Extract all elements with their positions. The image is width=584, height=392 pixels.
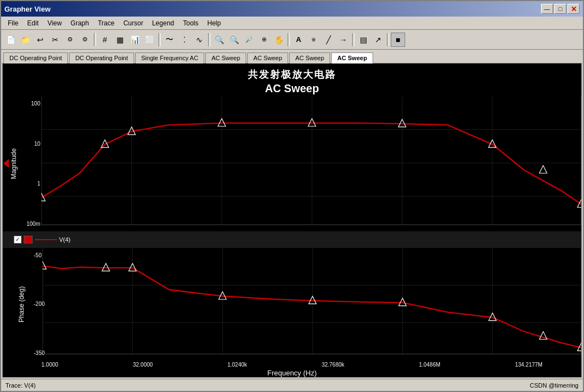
export-button[interactable]: ↗: [371, 33, 385, 47]
main-plot-area: 共发射极放大电路 AC Sweep Magnitude 100 10 1 100…: [2, 63, 582, 378]
svg-marker-30: [43, 261, 46, 269]
menu-cursor[interactable]: Cursor: [119, 18, 147, 28]
window-controls: — □ ✕: [541, 4, 580, 14]
magnitude-legend-bar: ✓ V(4): [3, 231, 581, 248]
symbol-button[interactable]: ※: [306, 33, 321, 47]
tab-bar: DC Operating Point DC Operating Point Si…: [1, 50, 583, 63]
menu-trace[interactable]: Trace: [93, 18, 119, 28]
chart-title-english: AC Sweep: [3, 82, 581, 95]
chart-title-area: 共发射极放大电路 AC Sweep: [3, 63, 581, 96]
phase-svg: [43, 248, 581, 361]
grid-button[interactable]: #: [98, 33, 112, 47]
tab-ac4[interactable]: AC Sweep: [331, 52, 373, 63]
menu-help[interactable]: Help: [203, 18, 226, 28]
menu-edit[interactable]: Edit: [23, 18, 43, 28]
tab-ac2[interactable]: AC Sweep: [247, 52, 288, 63]
legend-check-mag[interactable]: ✓: [14, 236, 22, 243]
line-button[interactable]: ╱: [321, 33, 336, 47]
zoom-fit-button[interactable]: 🔎: [242, 33, 256, 47]
legend-line-mag: [35, 239, 57, 240]
menu-graph[interactable]: Graph: [66, 18, 93, 28]
scatter-button[interactable]: ⁚: [177, 33, 192, 47]
toolbar: 📄 📁 ↩ ✂ ⚙ ⚙ # ▦ 📊 ⬜ 〜 ⁚ ∿ 🔍 🔍 🔎 ⊕ ✋ A ※ …: [1, 30, 583, 50]
menu-tools[interactable]: Tools: [178, 18, 203, 28]
zoom-in-button[interactable]: 🔍: [212, 33, 226, 47]
menu-bar: File Edit View Graph Trace Cursor Legend…: [1, 17, 583, 30]
x-tick-6: 134.2177M: [515, 362, 543, 368]
x-tick-3: 1.0240k: [227, 362, 247, 368]
stop-button[interactable]: ■: [391, 33, 405, 47]
table2-button[interactable]: ▤: [356, 33, 370, 47]
magnitude-panel: Magnitude 100 10 1 100m: [3, 96, 581, 231]
x-axis-area: 1.0000 32.0000 1.0240k 32.7680k 1.0486M …: [3, 361, 581, 378]
magnitude-ticks: 100 10 1 100m: [18, 96, 41, 231]
x-axis-labels: 1.0000 32.0000 1.0240k 32.7680k 1.0486M …: [3, 361, 581, 368]
tab-single-freq[interactable]: Single Frequency AC: [135, 52, 204, 63]
tab-dc2[interactable]: DC Operating Point: [69, 52, 134, 63]
window-title: Grapher View: [4, 5, 51, 13]
trace-status: Trace: V(4): [6, 382, 36, 389]
new-button[interactable]: 📄: [3, 33, 18, 47]
status-bar: Trace: V(4) CSDN @timerring: [1, 379, 583, 391]
open-button[interactable]: 📁: [18, 33, 33, 47]
menu-legend[interactable]: Legend: [147, 18, 178, 28]
zoom-out-button[interactable]: 🔍: [227, 33, 241, 47]
frame-button[interactable]: ⬜: [142, 33, 157, 47]
phase-chart[interactable]: [43, 248, 581, 361]
credit-text: CSDN @timerring: [530, 382, 578, 389]
undo-button[interactable]: ↩: [33, 33, 47, 47]
tab-ac1[interactable]: AC Sweep: [205, 52, 246, 63]
x-tick-5: 1.0486M: [419, 362, 440, 368]
menu-view[interactable]: View: [43, 18, 66, 28]
chart-title-chinese: 共发射极放大电路: [3, 68, 581, 81]
table-button[interactable]: ▦: [113, 33, 127, 47]
legend-color-mag: [24, 236, 33, 243]
magnitude-svg: [41, 96, 581, 231]
main-window: Grapher View — □ ✕ File Edit View Graph …: [0, 0, 584, 392]
sep5: [352, 33, 354, 46]
phase-y-label: Phase (deg): [9, 248, 34, 361]
arrow-button[interactable]: →: [336, 33, 351, 47]
pan-button[interactable]: ✋: [272, 33, 286, 47]
sep4: [288, 33, 290, 46]
phase-ticks: -50 -200 -350: [34, 248, 43, 361]
sep1: [94, 33, 96, 46]
x-tick-1: 1.0000: [41, 362, 59, 368]
text-button[interactable]: A: [291, 33, 306, 47]
paste-button[interactable]: ⚙: [78, 33, 92, 47]
chart-button[interactable]: 📊: [128, 33, 142, 47]
close-button[interactable]: ✕: [567, 4, 580, 14]
tab-dc1[interactable]: DC Operating Point: [3, 52, 68, 63]
sep6: [387, 33, 389, 46]
title-bar: Grapher View — □ ✕: [1, 1, 583, 17]
maximize-button[interactable]: □: [554, 4, 566, 14]
magnitude-legend: ✓ V(4): [14, 236, 71, 243]
cut-button[interactable]: ✂: [48, 33, 62, 47]
phase-panel: Phase (deg) -50 -200 -350: [3, 248, 581, 361]
sep3: [208, 33, 210, 46]
x-tick-4: 32.7680k: [322, 362, 344, 368]
magnitude-legend-label: V(4): [59, 236, 71, 243]
sep2: [158, 33, 161, 46]
tab-ac3[interactable]: AC Sweep: [289, 52, 330, 63]
wave-button[interactable]: ∿: [192, 33, 206, 47]
x-axis-title: Frequency (Hz): [3, 369, 581, 377]
copy-button[interactable]: ⚙: [63, 33, 77, 47]
magnitude-y-label: Magnitude: [9, 96, 18, 231]
magnitude-chart[interactable]: [41, 96, 581, 231]
svg-marker-18: [539, 166, 547, 173]
zoom-rect-button[interactable]: ⊕: [257, 33, 271, 47]
menu-file[interactable]: File: [3, 18, 23, 28]
minimize-button[interactable]: —: [541, 4, 553, 14]
curve-button[interactable]: 〜: [162, 33, 177, 47]
x-tick-2: 32.0000: [133, 362, 153, 368]
